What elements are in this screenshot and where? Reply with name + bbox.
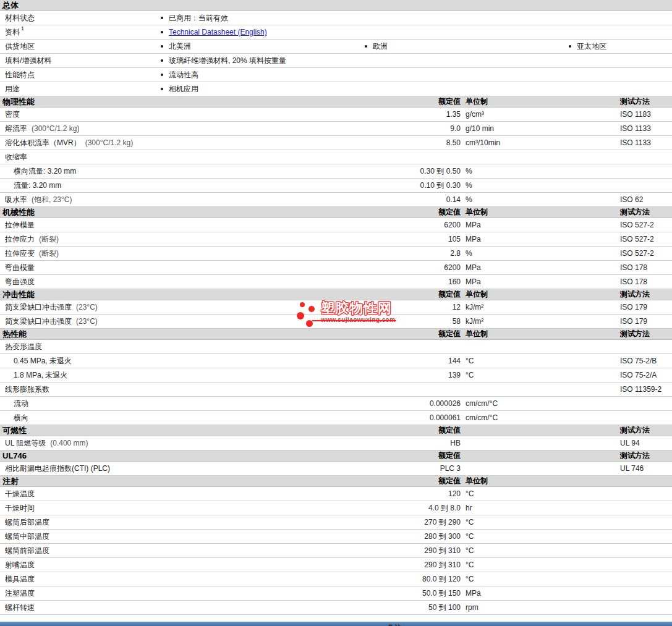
unit: °C (461, 575, 620, 583)
property-name: 供货地区 (0, 41, 158, 52)
value-text: 相机应用 (169, 84, 198, 95)
footer-bar (0, 622, 672, 626)
value-text: 亚太地区 (577, 41, 606, 52)
unit: cm³/10min (461, 138, 620, 147)
rated-value: 12 (343, 303, 461, 311)
property-name: 流量: 3.20 mm (0, 180, 343, 191)
rated-value: 8.50 (343, 138, 461, 147)
unit: MPa (461, 221, 620, 229)
property-condition: (23°C) (76, 317, 98, 326)
unit: g/10 min (461, 124, 620, 133)
test-method: ISO 179 (620, 303, 672, 311)
test-method: ISO 62 (620, 195, 672, 204)
table-row: 0.45 MPa, 未退火144°CISO 75-2/B (0, 354, 672, 368)
section-title: 可燃性 (2, 425, 27, 436)
rated-value: 0.30 到 0.50 (343, 166, 461, 177)
column-header-unit: 单位制 (461, 329, 620, 339)
table-row: 流动0.000026cm/cm/°C (0, 397, 672, 411)
page-footer: 备注 (0, 615, 672, 626)
unit: % (461, 167, 620, 176)
property-name: 熔流率(300°C/1.2 kg) (0, 124, 343, 134)
rated-value: 0.000061 (343, 413, 461, 422)
unit: kJ/m² (461, 303, 620, 311)
test-method: ISO 1133 (620, 138, 672, 147)
rated-value: 139 (343, 371, 461, 379)
table-row: 注塑温度50.0 到 150MPa (0, 586, 672, 601)
column-header-unit: 单位制 (461, 96, 620, 107)
property-table: 总体材料状态已商用：当前有效资料1Technical Datasheet (En… (0, 0, 672, 615)
property-name: 弯曲强度 (0, 277, 343, 287)
section-header-row: 总体 (0, 0, 672, 11)
bullet-icon (365, 45, 367, 48)
table-row: 供货地区北美洲欧洲亚太地区 (0, 40, 672, 54)
property-name: 拉伸模量 (0, 220, 343, 231)
test-method: ISO 178 (620, 277, 672, 286)
unit: MPa (461, 277, 620, 286)
value-text: 北美洲 (169, 41, 191, 52)
table-row: 干燥温度120°C (0, 487, 672, 501)
test-method: ISO 179 (620, 317, 672, 326)
table-row: 流量: 3.20 mm0.10 到 0.30% (0, 179, 672, 193)
value-cell: 玻璃纤维增强材料, 20% 填料按重量 (158, 56, 672, 66)
property-condition: (23°C) (76, 303, 98, 311)
property-name: UL 阻燃等级(0.400 mm) (0, 438, 343, 449)
section-header-row: 注射额定值单位制 (0, 476, 672, 487)
table-row: 用途相机应用 (0, 82, 672, 96)
property-name: 0.45 MPa, 未退火 (0, 356, 343, 366)
test-method: ISO 75-2/B (620, 357, 672, 365)
property-condition: (300°C/1.2 kg) (32, 124, 80, 133)
table-row: 横向0.000061cm/cm/°C (0, 411, 672, 425)
property-name: 弯曲模量 (0, 263, 343, 273)
section-header-row: 冲击性能额定值单位制测试方法 (0, 289, 672, 300)
property-name: 射嘴温度 (0, 560, 343, 570)
table-row: 螺筒中部温度280 到 300°C (0, 530, 672, 544)
property-name: 资料1 (0, 27, 158, 38)
property-name: 溶化体积流率（MVR）(300°C/1.2 kg) (0, 138, 343, 148)
datasheet-link[interactable]: Technical Datasheet (English) (169, 28, 267, 36)
unit: °C (461, 532, 620, 541)
property-name: 热变形温度 (0, 342, 343, 352)
bullet-icon (161, 45, 163, 48)
property-name: 相比耐漏电起痕指数(CTI) (PLC) (0, 463, 343, 474)
value-text: 玻璃纤维增强材料, 20% 填料按重量 (169, 56, 286, 66)
rated-value: PLC 3 (343, 464, 461, 473)
property-name: 注塑温度 (0, 588, 343, 599)
table-row: 线形膨胀系数ISO 11359-2 (0, 383, 672, 397)
column-header-method: 测试方法 (620, 96, 672, 107)
unit: % (461, 195, 620, 204)
rated-value: 280 到 300 (343, 531, 461, 542)
table-row: 拉伸模量6200MPaISO 527-2 (0, 218, 672, 232)
value-cell: 北美洲 (158, 41, 362, 52)
column-header-method: 测试方法 (620, 207, 672, 218)
value-cell: 流动性高 (158, 70, 672, 80)
table-row: 性能特点流动性高 (0, 68, 672, 82)
property-name: 线形膨胀系数 (0, 384, 343, 395)
column-header-rated: 额定值 (343, 476, 461, 486)
rated-value: 80.0 到 120 (343, 574, 461, 585)
unit: rpm (461, 603, 620, 612)
rated-value: 50.0 到 150 (343, 588, 461, 599)
section-title: 总体 (2, 0, 19, 11)
column-header-rated: 额定值 (343, 450, 461, 461)
rated-value: 270 到 290 (343, 517, 461, 528)
property-name: 材料状态 (0, 13, 158, 23)
table-row: 1.8 MPa, 未退火139°CISO 75-2/A (0, 368, 672, 383)
table-row: 模具温度80.0 到 120°C (0, 572, 672, 586)
column-header-method: 测试方法 (620, 329, 672, 339)
value-cell: 已商用：当前有效 (158, 13, 672, 23)
material-datasheet-page: 总体材料状态已商用：当前有效资料1Technical Datasheet (En… (0, 0, 672, 626)
property-name: 收缩率 (0, 152, 343, 163)
column-header-rated: 额定值 (343, 96, 461, 107)
rated-value: HB (343, 439, 461, 447)
value-cell: 相机应用 (158, 84, 672, 95)
test-method: ISO 178 (620, 263, 672, 272)
unit: % (461, 249, 620, 258)
test-method: ISO 11359-2 (620, 385, 672, 394)
table-row: 弯曲模量6200MPaISO 178 (0, 261, 672, 275)
unit: cm/cm/°C (461, 413, 620, 422)
table-row: 螺杆转速50 到 100rpm (0, 601, 672, 615)
column-header-unit: 单位制 (461, 289, 620, 300)
column-header-unit: 单位制 (461, 476, 620, 486)
rated-value: 50 到 100 (343, 603, 461, 613)
table-row: 溶化体积流率（MVR）(300°C/1.2 kg)8.50cm³/10minIS… (0, 136, 672, 150)
